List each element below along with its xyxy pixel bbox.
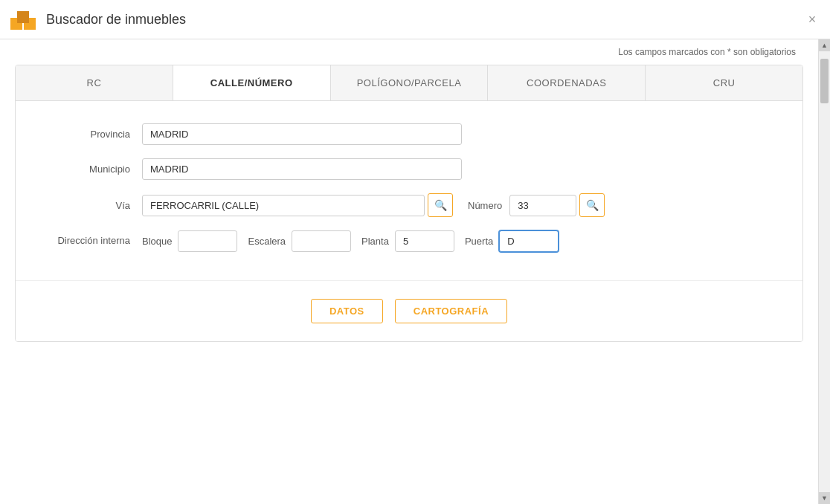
provincia-input[interactable] xyxy=(142,123,462,145)
main-content: Los campos marcados con * son obligatori… xyxy=(0,39,818,504)
numero-label: Número xyxy=(468,200,502,211)
app-logo xyxy=(10,6,37,33)
main-window: Buscador de inmuebles × Los campos marca… xyxy=(0,0,830,504)
action-area: DATOS CARTOGRAFÍA xyxy=(16,280,802,341)
via-label: Vía xyxy=(45,200,142,211)
municipio-input[interactable] xyxy=(142,158,462,180)
scrollbar: ▲ ▼ xyxy=(818,39,830,504)
tab-rc[interactable]: RC xyxy=(16,65,173,100)
numero-search-icon: 🔍 xyxy=(586,199,599,211)
cartografia-button[interactable]: CARTOGRAFÍA xyxy=(395,299,507,323)
provincia-label: Provincia xyxy=(45,129,142,140)
puerta-group: Puerta xyxy=(465,230,559,252)
title-bar: Buscador de inmuebles × xyxy=(0,0,830,39)
planta-input[interactable] xyxy=(395,230,454,252)
planta-label: Planta xyxy=(361,236,389,247)
numero-group: Número 🔍 xyxy=(468,193,605,217)
numero-input[interactable] xyxy=(509,195,576,216)
bloque-input[interactable] xyxy=(178,230,237,252)
puerta-input[interactable] xyxy=(499,230,559,252)
window-body: Los campos marcados con * son obligatori… xyxy=(0,39,830,504)
via-search-icon: 🔍 xyxy=(434,199,447,211)
scrollbar-down-arrow[interactable]: ▼ xyxy=(819,492,830,504)
tab-coordenadas[interactable]: COORDENADAS xyxy=(488,65,646,100)
search-card: RC CALLE/NÚMERO POLÍGONO/PARCELA COORDEN… xyxy=(15,65,803,342)
tab-poligono-parcela[interactable]: POLÍGONO/PARCELA xyxy=(331,65,489,100)
planta-group: Planta xyxy=(361,230,454,252)
escalera-group: Escalera xyxy=(248,230,351,252)
tab-cru[interactable]: CRU xyxy=(646,65,802,100)
numero-search-button[interactable]: 🔍 xyxy=(579,193,605,217)
direccion-interna-label: Dirección interna xyxy=(45,235,142,248)
via-input[interactable] xyxy=(142,195,425,216)
tab-bar: RC CALLE/NÚMERO POLÍGONO/PARCELA COORDEN… xyxy=(16,65,802,101)
municipio-row: Municipio xyxy=(45,158,773,180)
datos-button[interactable]: DATOS xyxy=(311,299,383,323)
municipio-label: Municipio xyxy=(45,164,142,175)
svg-rect-2 xyxy=(17,11,29,23)
puerta-label: Puerta xyxy=(465,236,493,247)
close-button[interactable]: × xyxy=(805,12,820,27)
scrollbar-thumb[interactable] xyxy=(820,59,829,103)
window-title: Buscador de inmuebles xyxy=(46,12,805,28)
dir-interna-fields: Bloque Escalera Planta xyxy=(142,230,569,252)
provincia-row: Provincia xyxy=(45,123,773,145)
via-row: Vía 🔍 Número 🔍 xyxy=(45,193,773,217)
bloque-label: Bloque xyxy=(142,236,172,247)
required-note: Los campos marcados con * son obligatori… xyxy=(15,47,803,57)
tab-calle-numero[interactable]: CALLE/NÚMERO xyxy=(173,65,331,100)
bloque-group: Bloque xyxy=(142,230,237,252)
scrollbar-track[interactable] xyxy=(819,51,830,492)
form-area: Provincia Municipio Vía 🔍 xyxy=(16,101,802,280)
direccion-interna-row: Dirección interna Bloque Escalera xyxy=(45,230,773,252)
escalera-input[interactable] xyxy=(292,230,351,252)
scrollbar-up-arrow[interactable]: ▲ xyxy=(819,39,830,51)
via-search-button[interactable]: 🔍 xyxy=(428,193,453,217)
escalera-label: Escalera xyxy=(248,236,286,247)
